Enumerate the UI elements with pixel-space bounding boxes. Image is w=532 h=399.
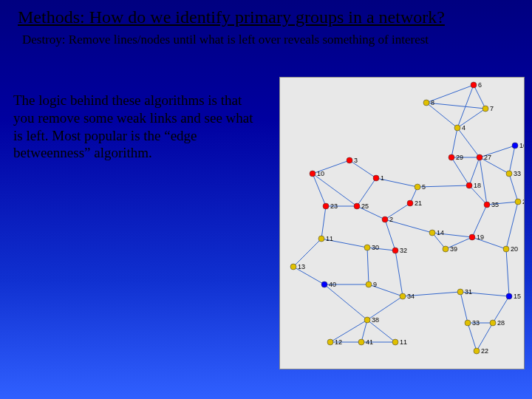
svg-text:11: 11 bbox=[326, 235, 333, 242]
svg-text:19: 19 bbox=[477, 233, 484, 241]
svg-point-81 bbox=[373, 175, 379, 181]
svg-text:25: 25 bbox=[361, 202, 369, 210]
svg-point-115 bbox=[321, 282, 327, 287]
svg-point-119 bbox=[400, 293, 406, 299]
svg-text:18: 18 bbox=[474, 182, 481, 189]
svg-point-61 bbox=[471, 82, 477, 88]
svg-point-99 bbox=[382, 216, 388, 222]
svg-text:5: 5 bbox=[422, 183, 426, 191]
svg-text:3: 3 bbox=[354, 157, 358, 164]
svg-point-117 bbox=[366, 282, 372, 287]
svg-point-75 bbox=[506, 171, 512, 177]
svg-point-111 bbox=[503, 246, 509, 252]
svg-line-7 bbox=[457, 128, 480, 157]
svg-text:7: 7 bbox=[490, 105, 494, 112]
svg-text:31: 31 bbox=[465, 288, 472, 296]
svg-point-137 bbox=[474, 348, 480, 354]
svg-text:32: 32 bbox=[400, 247, 407, 254]
svg-point-95 bbox=[515, 199, 521, 205]
slide-body-text: The logic behind these algorithms is tha… bbox=[13, 92, 257, 162]
svg-point-107 bbox=[469, 234, 475, 240]
svg-point-125 bbox=[364, 317, 370, 323]
network-svg: 6874162927333101185232521352411214303219… bbox=[280, 78, 524, 369]
svg-point-73 bbox=[477, 154, 482, 160]
svg-line-58 bbox=[324, 284, 367, 320]
svg-text:22: 22 bbox=[481, 347, 488, 355]
svg-point-93 bbox=[484, 202, 490, 208]
svg-line-17 bbox=[509, 174, 518, 202]
svg-text:16: 16 bbox=[519, 142, 524, 149]
svg-point-89 bbox=[354, 203, 360, 209]
svg-text:9: 9 bbox=[373, 281, 377, 288]
svg-text:10: 10 bbox=[317, 170, 324, 177]
svg-point-131 bbox=[327, 339, 333, 345]
svg-point-79 bbox=[310, 171, 316, 177]
svg-point-87 bbox=[323, 203, 329, 209]
svg-text:29: 29 bbox=[456, 154, 463, 161]
svg-text:34: 34 bbox=[407, 293, 415, 300]
svg-point-69 bbox=[512, 143, 518, 149]
svg-point-91 bbox=[407, 200, 413, 206]
svg-text:30: 30 bbox=[372, 244, 379, 251]
svg-text:23: 23 bbox=[330, 202, 338, 210]
svg-text:13: 13 bbox=[298, 263, 305, 270]
slide-title: Methods: How do we identify primary grou… bbox=[18, 7, 514, 27]
svg-line-59 bbox=[367, 248, 369, 284]
svg-text:8: 8 bbox=[431, 99, 434, 106]
svg-point-63 bbox=[423, 100, 429, 106]
svg-text:41: 41 bbox=[366, 338, 373, 346]
svg-line-51 bbox=[460, 292, 468, 323]
svg-text:27: 27 bbox=[484, 154, 491, 161]
svg-point-77 bbox=[347, 157, 352, 163]
svg-point-127 bbox=[465, 320, 471, 326]
svg-text:1: 1 bbox=[381, 174, 384, 182]
svg-text:21: 21 bbox=[415, 200, 422, 207]
svg-text:12: 12 bbox=[335, 338, 342, 346]
svg-text:33: 33 bbox=[514, 170, 521, 177]
svg-point-83 bbox=[466, 183, 472, 188]
svg-point-113 bbox=[290, 264, 296, 270]
svg-text:35: 35 bbox=[491, 201, 499, 208]
svg-line-3 bbox=[426, 103, 457, 128]
svg-text:11: 11 bbox=[400, 338, 407, 346]
svg-point-67 bbox=[454, 125, 460, 131]
svg-text:38: 38 bbox=[372, 316, 379, 324]
svg-text:6: 6 bbox=[478, 81, 482, 89]
svg-line-36 bbox=[385, 219, 395, 250]
svg-line-14 bbox=[451, 157, 469, 185]
svg-text:28: 28 bbox=[497, 319, 505, 327]
svg-point-135 bbox=[392, 339, 398, 345]
svg-point-97 bbox=[318, 236, 324, 242]
svg-point-101 bbox=[429, 230, 435, 236]
svg-text:20: 20 bbox=[511, 245, 518, 253]
svg-point-103 bbox=[364, 245, 370, 250]
svg-line-60 bbox=[395, 250, 403, 296]
svg-line-40 bbox=[472, 205, 487, 237]
slide-subtitle: Destroy: Remove lines/nodes until what i… bbox=[22, 33, 510, 47]
svg-line-5 bbox=[426, 103, 485, 109]
network-diagram: 6874162927333101185232521352411214303219… bbox=[279, 77, 525, 369]
svg-text:14: 14 bbox=[437, 229, 444, 236]
svg-line-55 bbox=[468, 323, 477, 351]
svg-text:40: 40 bbox=[329, 281, 336, 288]
svg-line-6 bbox=[451, 128, 457, 157]
svg-point-105 bbox=[392, 248, 398, 253]
svg-text:4: 4 bbox=[462, 124, 466, 132]
svg-point-133 bbox=[358, 339, 364, 345]
svg-text:15: 15 bbox=[514, 293, 521, 300]
svg-text:33: 33 bbox=[472, 319, 480, 327]
svg-point-109 bbox=[443, 246, 449, 252]
svg-point-85 bbox=[415, 184, 420, 190]
svg-text:39: 39 bbox=[450, 245, 457, 253]
svg-text:2: 2 bbox=[389, 216, 393, 223]
svg-line-42 bbox=[506, 202, 518, 249]
svg-point-121 bbox=[457, 289, 463, 295]
svg-line-29 bbox=[321, 206, 326, 239]
svg-text:24: 24 bbox=[522, 198, 524, 205]
svg-point-71 bbox=[449, 154, 454, 160]
svg-point-123 bbox=[506, 293, 512, 299]
svg-point-129 bbox=[490, 320, 496, 326]
svg-line-57 bbox=[506, 249, 509, 296]
svg-point-65 bbox=[482, 106, 488, 112]
